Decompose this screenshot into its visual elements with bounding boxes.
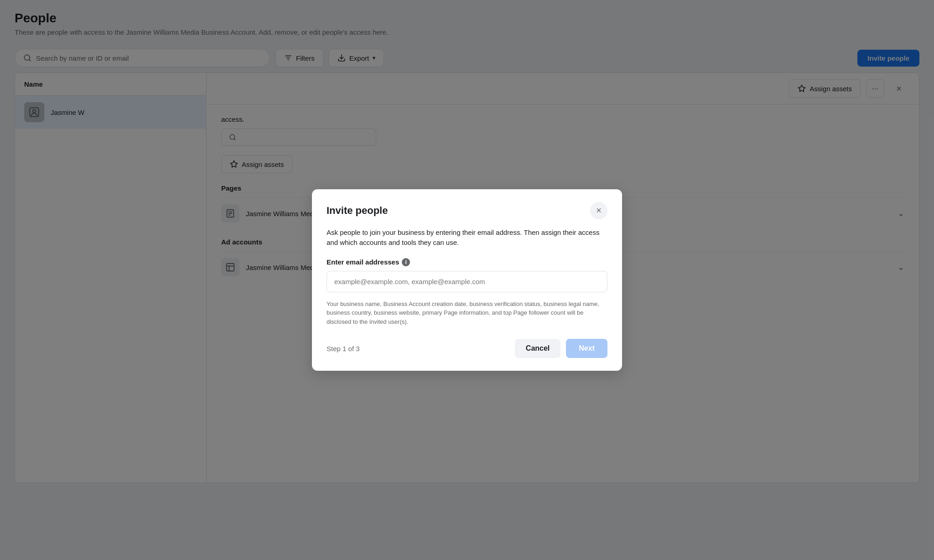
modal-header: Invite people × [327,202,607,219]
next-button[interactable]: Next [566,339,607,358]
email-field-label: Enter email addresses i [327,258,607,266]
cancel-button[interactable]: Cancel [515,339,560,358]
email-input[interactable] [327,271,607,292]
modal-actions: Cancel Next [515,339,607,358]
modal-title: Invite people [327,205,388,217]
step-indicator: Step 1 of 3 [327,345,360,353]
info-icon[interactable]: i [402,258,410,266]
modal-close-icon: × [596,205,602,216]
invite-people-modal: Invite people × Ask people to join your … [312,189,622,371]
disclosure-text: Your business name, Business Account cre… [327,300,607,327]
modal-overlay: Invite people × Ask people to join your … [0,0,934,560]
modal-close-button[interactable]: × [590,202,607,219]
modal-description: Ask people to join your business by ente… [327,228,607,248]
modal-footer: Step 1 of 3 Cancel Next [327,339,607,358]
page-container: People These are people with access to t… [0,0,934,560]
